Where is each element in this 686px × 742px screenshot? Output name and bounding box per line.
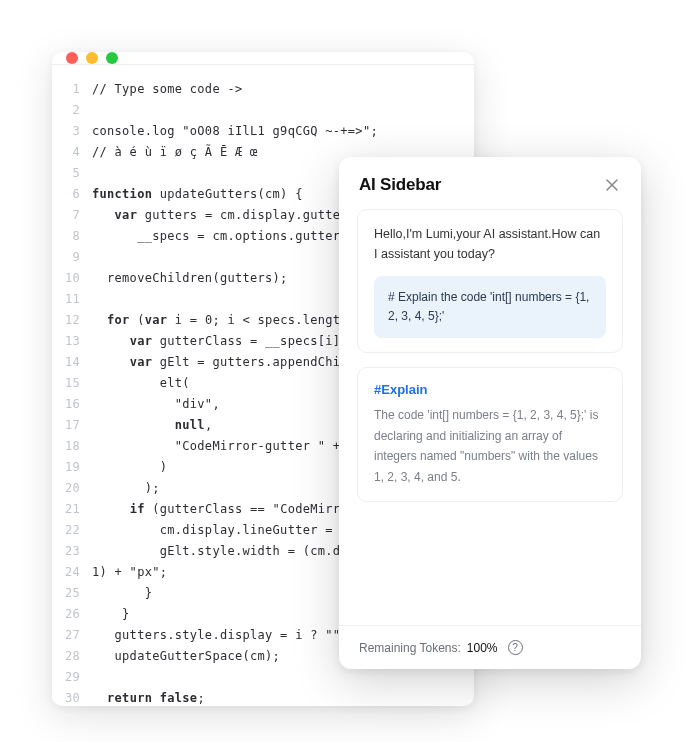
line-number: 21 (52, 499, 80, 520)
line-number: 16 (52, 394, 80, 415)
line-number: 18 (52, 436, 80, 457)
line-number: 19 (52, 457, 80, 478)
line-number: 28 (52, 646, 80, 667)
code-line[interactable]: console.log "oO08 iIlL1 g9qCGQ ~-+=>"; (92, 121, 474, 142)
line-number: 3 (52, 121, 80, 142)
sidebar-header: AI Sidebar (339, 157, 641, 209)
window-titlebar (52, 52, 474, 65)
close-icon (605, 178, 619, 192)
line-number: 24 (52, 562, 80, 583)
line-number: 11 (52, 289, 80, 310)
line-number: 12 (52, 310, 80, 331)
line-number: 2 (52, 100, 80, 121)
help-icon[interactable]: ? (508, 640, 523, 655)
line-number: 10 (52, 268, 80, 289)
line-number: 8 (52, 226, 80, 247)
maximize-window-icon[interactable] (106, 52, 118, 64)
line-number: 20 (52, 478, 80, 499)
tokens-value: 100% (467, 641, 498, 655)
line-number: 26 (52, 604, 80, 625)
line-number-gutter: 1234567891011121314151617181920212223242… (52, 79, 92, 706)
user-message: # Explain the code 'int[] numbers = {1, … (374, 276, 606, 338)
line-number: 14 (52, 352, 80, 373)
ai-sidebar-panel: AI Sidebar Hello,I'm Lumi,your AI assist… (339, 157, 641, 669)
code-line[interactable]: return false; (92, 688, 474, 706)
line-number: 22 (52, 520, 80, 541)
close-window-icon[interactable] (66, 52, 78, 64)
line-number: 23 (52, 541, 80, 562)
explain-card: #Explain The code 'int[] numbers = {1, 2… (357, 367, 623, 502)
greeting-card: Hello,I'm Lumi,your AI assistant.How can… (357, 209, 623, 353)
line-number: 29 (52, 667, 80, 688)
explain-heading: #Explain (374, 382, 606, 397)
line-number: 5 (52, 163, 80, 184)
line-number: 27 (52, 625, 80, 646)
line-number: 6 (52, 184, 80, 205)
sidebar-footer: Remaining Tokens: 100% ? (339, 625, 641, 669)
line-number: 30 (52, 688, 80, 706)
line-number: 25 (52, 583, 80, 604)
explain-body: The code 'int[] numbers = {1, 2, 3, 4, 5… (374, 405, 606, 487)
line-number: 1 (52, 79, 80, 100)
minimize-window-icon[interactable] (86, 52, 98, 64)
line-number: 4 (52, 142, 80, 163)
code-line[interactable] (92, 100, 474, 121)
line-number: 15 (52, 373, 80, 394)
line-number: 7 (52, 205, 80, 226)
line-number: 17 (52, 415, 80, 436)
line-number: 13 (52, 331, 80, 352)
code-line[interactable]: // Type some code -> (92, 79, 474, 100)
sidebar-title: AI Sidebar (359, 175, 441, 195)
tokens-label: Remaining Tokens: (359, 641, 461, 655)
line-number: 9 (52, 247, 80, 268)
code-line[interactable] (92, 667, 474, 688)
sidebar-body: Hello,I'm Lumi,your AI assistant.How can… (339, 209, 641, 625)
greeting-text: Hello,I'm Lumi,your AI assistant.How can… (374, 224, 606, 264)
close-sidebar-button[interactable] (603, 176, 621, 194)
